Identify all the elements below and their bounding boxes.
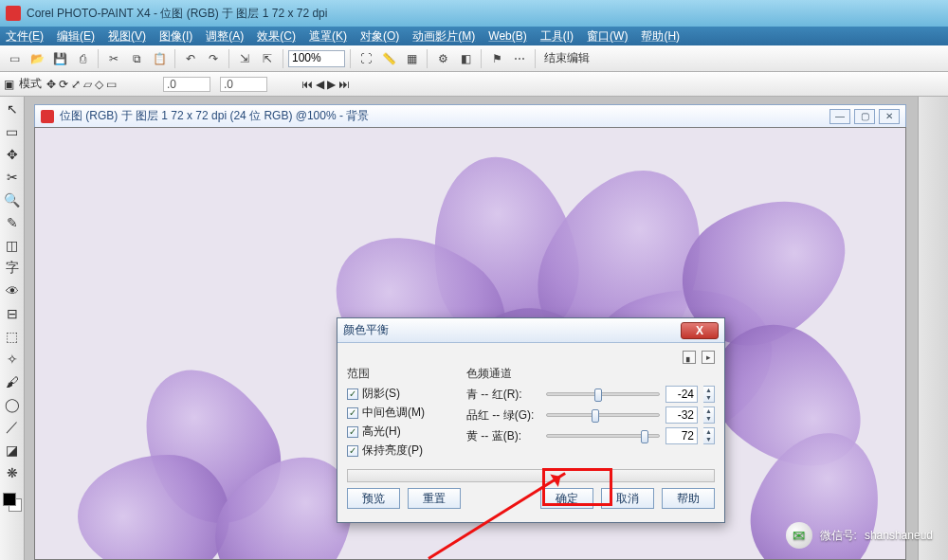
highlights-checkbox[interactable]: ✓高光(H) — [347, 424, 453, 440]
dropshadow-icon[interactable]: ◪ — [2, 440, 23, 461]
doc-minimize-icon[interactable]: — — [830, 109, 850, 124]
color-swatch[interactable] — [3, 493, 22, 512]
end-edit-label[interactable]: 结束编辑 — [544, 50, 590, 66]
pick-tool-icon[interactable]: ↖ — [2, 99, 23, 119]
menu-object[interactable]: 对象(O) — [360, 28, 399, 45]
nav-last-icon[interactable]: ⏭ — [338, 78, 350, 91]
effect-icon[interactable]: ✧ — [2, 349, 23, 370]
app-launcher-icon[interactable]: ⚙ — [432, 48, 453, 69]
move-icon[interactable]: ✥ — [46, 78, 56, 91]
doc-maximize-icon[interactable]: ▢ — [854, 109, 875, 124]
options-icon[interactable]: ⚑ — [486, 48, 507, 69]
menu-window[interactable]: 窗口(W) — [587, 28, 628, 45]
eraser-icon[interactable]: ◫ — [2, 235, 23, 256]
help-button[interactable]: 帮助 — [662, 488, 715, 509]
menu-mask[interactable]: 遮罩(K) — [309, 28, 347, 45]
ruler-icon[interactable]: 📏 — [378, 48, 399, 69]
distort-icon[interactable]: ◇ — [95, 78, 103, 91]
clone-icon[interactable]: ⊟ — [2, 303, 23, 324]
redo-icon[interactable]: ↷ — [203, 48, 224, 69]
slider-value-input[interactable]: 72 — [665, 427, 698, 444]
rotate-icon[interactable]: ⟳ — [59, 78, 68, 91]
flyout-icon[interactable]: ▸ — [702, 351, 715, 364]
preview-toggle-icon[interactable]: ▖ — [683, 351, 696, 364]
redeye-icon[interactable]: 👁 — [2, 280, 23, 301]
slider-thumb-icon[interactable] — [641, 430, 648, 443]
dlg-icon[interactable]: ◧ — [455, 48, 476, 69]
new-icon[interactable]: ▭ — [4, 48, 25, 69]
fill-icon[interactable]: ⬚ — [2, 326, 23, 347]
slider-track[interactable] — [546, 413, 660, 417]
perspective-icon[interactable]: ▭ — [106, 78, 117, 91]
crop-icon[interactable]: ✂ — [2, 167, 23, 188]
menu-view[interactable]: 视图(V) — [108, 28, 146, 45]
scale-icon[interactable]: ⤢ — [71, 78, 81, 91]
undo-icon[interactable]: ↶ — [180, 48, 201, 69]
paste-icon[interactable]: 📋 — [149, 48, 170, 69]
spin-up-icon[interactable]: ▲ — [703, 428, 714, 436]
shadows-checkbox[interactable]: ✓阴影(S) — [347, 386, 453, 402]
dialog-close-icon[interactable]: X — [681, 322, 719, 339]
menu-web[interactable]: Web(B) — [488, 29, 526, 43]
midtones-checkbox[interactable]: ✓中间色调(M) — [347, 405, 453, 421]
channels-group-label: 色频通道 — [466, 366, 715, 382]
fg-color[interactable] — [3, 493, 16, 506]
channel-slider-row: 品红 -- 绿(G):-32▲▼ — [466, 406, 715, 424]
grid-icon[interactable]: ▦ — [401, 48, 422, 69]
eyedropper-icon[interactable]: ✎ — [2, 212, 23, 233]
paint-icon[interactable]: 🖌 — [2, 371, 23, 392]
menu-edit[interactable]: 编辑(E) — [57, 28, 95, 45]
open-icon[interactable]: 📂 — [27, 48, 47, 69]
menu-file[interactable]: 文件(E) — [6, 28, 44, 45]
doc-close-icon[interactable]: ✕ — [879, 109, 900, 124]
slider-value-input[interactable]: -32 — [665, 406, 698, 424]
nav-prev-icon[interactable]: ◀ — [316, 78, 324, 91]
imgsprayer-icon[interactable]: ❋ — [2, 462, 23, 483]
reset-button[interactable]: 重置 — [408, 488, 461, 509]
cut-icon[interactable]: ✂ — [103, 48, 124, 69]
dialog-scrollbar[interactable] — [347, 469, 715, 482]
zoom-icon[interactable]: 🔍 — [2, 190, 23, 210]
coord-y[interactable]: .0 — [220, 77, 267, 92]
line-icon[interactable]: ／ — [2, 417, 23, 438]
coord-x[interactable]: .0 — [163, 77, 210, 92]
spinner[interactable]: ▲▼ — [703, 406, 715, 424]
copy-icon[interactable]: ⧉ — [126, 48, 147, 69]
export-icon[interactable]: ⇱ — [257, 48, 278, 69]
nav-next-icon[interactable]: ▶ — [327, 78, 336, 91]
shape-icon[interactable]: ◯ — [2, 394, 23, 415]
nav-first-icon[interactable]: ⏮ — [301, 78, 313, 91]
dialog-title-bar[interactable]: 颜色平衡 X — [337, 318, 724, 343]
slider-thumb-icon[interactable] — [594, 388, 602, 402]
mask-transform-icon[interactable]: ✥ — [2, 144, 23, 165]
spin-up-icon[interactable]: ▲ — [703, 407, 714, 415]
save-icon[interactable]: 💾 — [49, 48, 70, 69]
menu-adjust[interactable]: 调整(A) — [206, 28, 244, 45]
menu-movie[interactable]: 动画影片(M) — [412, 28, 475, 45]
print-icon[interactable]: ⎙ — [72, 48, 93, 69]
slider-thumb-icon[interactable] — [592, 409, 599, 423]
preview-button[interactable]: 预览 — [347, 488, 400, 509]
zoom-input[interactable]: 100% — [288, 50, 345, 67]
menu-image[interactable]: 图像(I) — [159, 28, 192, 45]
help-icon[interactable]: ⋯ — [509, 48, 530, 69]
spin-up-icon[interactable]: ▲ — [703, 387, 714, 394]
fullscreen-icon[interactable]: ⛶ — [356, 48, 376, 69]
spin-down-icon[interactable]: ▼ — [703, 394, 714, 402]
skew-icon[interactable]: ▱ — [83, 78, 92, 91]
object-picker-icon[interactable]: ▣ — [4, 78, 14, 91]
text-icon[interactable]: 字 — [2, 258, 23, 279]
spin-down-icon[interactable]: ▼ — [703, 436, 714, 443]
spin-down-icon[interactable]: ▼ — [703, 415, 714, 423]
mask-rect-icon[interactable]: ▭ — [2, 121, 23, 142]
menu-effect[interactable]: 效果(C) — [257, 28, 296, 45]
menu-help[interactable]: 帮助(H) — [641, 28, 680, 45]
menu-tools[interactable]: 工具(I) — [540, 28, 574, 45]
import-icon[interactable]: ⇲ — [234, 48, 255, 69]
slider-track[interactable] — [546, 392, 660, 396]
spinner[interactable]: ▲▼ — [703, 427, 715, 444]
slider-value-input[interactable]: -24 — [665, 386, 698, 403]
slider-track[interactable] — [546, 434, 660, 438]
preserve-checkbox[interactable]: ✓保持亮度(P) — [347, 443, 453, 459]
spinner[interactable]: ▲▼ — [703, 386, 715, 403]
